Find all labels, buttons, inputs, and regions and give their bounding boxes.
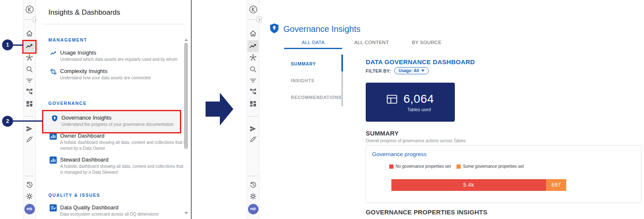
menu-item-title: Governance Insights [61,115,180,121]
legend-label: Some governance properties set [463,164,524,169]
menu-item-desc: A holistic dashboard showing all data, c… [60,140,187,151]
callout-step-1: 1 [2,39,13,50]
sidebar-item-settings[interactable] [24,190,35,202]
bar-chart-tile-icon [50,156,57,164]
shield-up-icon [51,115,58,122]
send-icon [25,125,34,133]
menu-item-title: Steward Dashboard [60,156,187,163]
history-icon [249,180,257,189]
list-check-tile-icon [50,204,57,212]
callout-1-highlight-box [22,40,37,54]
sidebar-item-filter[interactable] [248,75,259,86]
usage-filter-chip[interactable]: Usage: All [394,67,429,74]
menu-item-owner-dashboard[interactable]: Owner Dashboard A holistic dashboard sho… [50,133,188,151]
legend-item: No governance properties set [389,164,451,169]
menu-item-usage-insights[interactable]: Usage Insights Understand which data ass… [50,50,188,63]
sidebar-item-search[interactable] [24,63,35,75]
sidebar-item-send[interactable] [24,123,35,135]
sidebar-item-filter[interactable] [24,75,35,86]
title-divider [42,24,185,24]
subnav-label: SUMMARY [291,61,316,66]
callout-1-number: 1 [6,42,9,48]
crop-icon [50,68,57,76]
sidebar-divider [24,176,34,176]
scrollbar-thumb[interactable] [184,43,188,149]
section-label-management: MANAGEMENT [48,37,87,42]
bar-segment-no-governance[interactable]: 5.4k [391,179,546,191]
sidebar-item-history[interactable] [24,179,35,190]
avatar[interactable]: HB [248,204,259,214]
menu-item-data-quality-dashboard[interactable]: Data Quality Dashboard Data ecosystem sc… [50,204,188,217]
sidebar-item-insights[interactable] [248,40,259,52]
sidebar-item-edit[interactable] [24,133,35,145]
trending-up-icon [249,42,257,50]
hub-icon [25,53,34,62]
legend-item: Some governance properties set [457,164,524,169]
sidebar-item-send[interactable] [248,123,259,135]
callout-2-connector [12,120,43,122]
subnav-label: RECOMMENDATIONS [291,95,342,100]
bar-segment-some-governance[interactable]: 697 [546,179,566,191]
sidebar-expand-button[interactable] [256,17,262,22]
panel-title: Insights & Dashboards [48,8,120,17]
settings-gear-icon [249,192,257,201]
menu-item-desc: Understand the progress of your governan… [61,122,180,128]
tab-label: ALL DATA [302,40,325,45]
bar-chart-tile-icon [50,133,57,140]
insights-dashboards-panel: Insights & Dashboards MANAGEMENT Usage I… [36,0,191,219]
scroll-down-arrow[interactable] [185,212,188,214]
subnav-insights[interactable]: INSIGHTS [291,78,314,83]
sidebar-item-home[interactable] [248,28,259,39]
avatar-initials: HB [250,207,256,211]
stat-label: Tables used [390,107,431,112]
tab-by-source[interactable]: BY SOURCE [401,40,452,48]
hub-icon [249,53,257,62]
app-sidebar-1: HB [23,0,36,219]
menu-item-complexity-insights[interactable]: Complexity Insights Understand how your … [50,68,188,81]
subnav-summary[interactable]: SUMMARY [291,61,316,66]
sidebar-item-home[interactable] [24,28,35,39]
sidebar-item-lineage[interactable] [248,86,259,97]
callout-2-number: 2 [6,118,9,124]
sidebar-item-hub[interactable] [248,52,259,63]
sidebar-item-edit[interactable] [248,133,259,145]
menu-item-steward-dashboard[interactable]: Steward Dashboard A holisitic dashboard … [50,156,188,175]
scroll-up-arrow[interactable] [185,39,188,41]
menu-item-desc: A holisitic dashboard showing all data, … [60,164,187,175]
sidebar-item-profile[interactable]: HB [248,203,259,215]
dashboard-grid-icon [25,100,34,108]
send-icon [249,125,257,133]
filter-icon [25,76,34,85]
subnav-recommendations[interactable]: RECOMMENDATIONS [291,95,342,100]
sidebar-item-dashboard[interactable] [24,98,35,110]
tab-label: ALL CONTENT [354,40,389,45]
sidebar-item-dashboard[interactable] [248,98,259,110]
stat-value: 6,064 [404,92,434,106]
search-icon [249,65,257,73]
callout-step-2: 2 [2,116,13,127]
lineage-tree-icon [249,87,257,96]
tab-all-content[interactable]: ALL CONTENT [342,40,401,48]
menu-item-governance-insights[interactable]: Governance Insights Understand the progr… [42,110,181,133]
edit-pen-icon [25,135,34,143]
tab-all-data[interactable]: ALL DATA [284,40,342,48]
table-icon [387,95,397,104]
active-tab-underline [284,48,342,49]
filter-row: FILTER BY: Usage: All [366,67,429,74]
sidebar-item-history[interactable] [248,179,259,190]
sidebar-item-lineage[interactable] [24,86,35,97]
legend-label: No governance properties set [396,164,451,169]
bar-value-label: 697 [552,182,561,188]
sidebar-divider [248,19,256,20]
home-icon [249,29,257,38]
section-label-quality-issues: QUALITY & ISSUES [48,193,100,198]
sidebar-item-search[interactable] [248,63,259,75]
summary-heading: SUMMARY [366,130,399,137]
lineage-tree-icon [25,87,34,96]
sidebar-item-profile[interactable]: HB [24,203,35,215]
avatar[interactable]: HB [24,204,35,214]
menu-item-title: Usage Insights [60,50,187,56]
dashboard-grid-icon [249,100,257,108]
sidebar-item-settings[interactable] [248,190,259,202]
trending-up-icon [50,50,57,57]
